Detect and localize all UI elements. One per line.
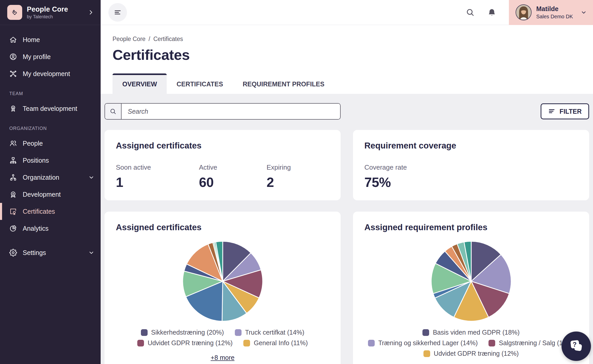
certificate-icon <box>9 208 17 215</box>
topbar: Matilde Sales Demo DK <box>101 0 593 25</box>
show-more-link[interactable]: +8 more <box>211 354 234 361</box>
breadcrumb-root[interactable]: People Core <box>113 35 146 43</box>
user-menu[interactable]: Matilde Sales Demo DK <box>509 0 593 25</box>
sidebar-section-organization: ORGANIZATION <box>0 126 101 135</box>
legend-swatch <box>137 340 144 346</box>
development-network-icon <box>9 70 17 78</box>
award-icon <box>9 191 17 198</box>
assigned-requirement-profiles-chart-card: Assigned requirement profiles Basis vide… <box>353 212 589 364</box>
sidebar-item-home[interactable]: Home <box>0 31 101 48</box>
home-icon <box>9 36 17 44</box>
legend-label: Træning og sikkerhed Lager (14%) <box>378 339 478 347</box>
filter-button[interactable]: FILTER <box>541 103 589 119</box>
sidebar-item-my-profile[interactable]: My profile <box>0 48 101 65</box>
svg-text:?: ? <box>573 341 576 348</box>
legend-swatch <box>422 329 429 336</box>
sidebar-item-label: Team development <box>23 105 77 112</box>
sidebar-item-label: Development <box>23 191 61 198</box>
card-title: Assigned certificates <box>116 222 329 232</box>
app-title: People Core <box>27 5 68 13</box>
legend-item: Træning og sikkerhed Lager (14%) <box>368 339 478 347</box>
page-title: Certificates <box>113 47 581 63</box>
legend-label: Udvidet GDPR træning (12%) <box>148 339 233 347</box>
assigned-certificates-card: Assigned certificates Soon active 1 Acti… <box>105 130 341 200</box>
sidebar-item-my-development[interactable]: My development <box>0 65 101 82</box>
heart-logo-icon <box>12 9 18 15</box>
legend-swatch <box>488 340 495 346</box>
help-button[interactable]: ? <box>562 332 591 361</box>
sidebar-item-analytics[interactable]: Analytics <box>0 220 101 237</box>
sidebar-item-team-development[interactable]: Team development <box>0 100 101 117</box>
overview-panel: FILTER Assigned certificates Soon active… <box>101 94 593 364</box>
card-title: Assigned certificates <box>116 141 329 151</box>
stat-coverage-rate: Coverage rate 75% <box>364 163 447 190</box>
requirement-coverage-card: Requirement coverage Coverage rate 75% <box>353 130 589 200</box>
legend-item: Truck certifkat (14%) <box>235 329 304 336</box>
sidebar-collapse-chevron-right-icon[interactable] <box>88 9 94 15</box>
stat-value: 2 <box>267 175 291 190</box>
sidebar-item-settings[interactable]: Settings <box>0 244 101 261</box>
breadcrumb-current: Certificates <box>153 35 183 43</box>
legend-item: Basis viden med GDPR (18%) <box>422 329 519 336</box>
sidebar: People Core by Talentech Home My profile… <box>0 0 101 364</box>
app-logo <box>7 5 22 20</box>
app-logo-row[interactable]: People Core by Talentech <box>0 0 101 25</box>
hamburger-icon <box>113 8 122 17</box>
notifications-button[interactable] <box>487 8 496 17</box>
bell-icon <box>487 8 496 17</box>
page-header: People Core / Certificates Certificates … <box>101 25 593 94</box>
app-byline: by Talentech <box>27 14 88 20</box>
card-title: Requirement coverage <box>364 141 578 151</box>
sidebar-item-label: People <box>23 140 43 147</box>
sidebar-item-label: Certificates <box>23 208 55 215</box>
chart-legend: Basis viden med GDPR (18%)Træning og sik… <box>364 329 578 357</box>
assigned-certificates-pie-chart <box>182 241 263 322</box>
tab-bar: OVERVIEW CERTIFICATES REQUIREMENT PROFIL… <box>113 73 581 94</box>
stat-active: Active 60 <box>199 163 267 190</box>
sidebar-item-label: My profile <box>23 53 51 61</box>
sidebar-item-label: Organization <box>23 174 59 181</box>
legend-item: Udvidet GDPR træning (12%) <box>137 339 233 347</box>
chevron-down-icon[interactable] <box>88 174 94 180</box>
stat-expiring: Expiring 2 <box>267 163 291 190</box>
sidebar-item-label: Positions <box>23 157 49 164</box>
people-icon <box>9 139 17 147</box>
pie-chart-icon <box>9 225 17 232</box>
app-title-block: People Core by Talentech <box>27 5 88 20</box>
stat-value: 1 <box>116 175 199 190</box>
filter-icon <box>548 108 555 115</box>
legend-swatch <box>235 329 242 336</box>
stat-value: 75% <box>364 175 447 190</box>
sidebar-item-label: Home <box>23 36 40 44</box>
legend-swatch <box>368 340 375 346</box>
chevron-down-icon[interactable] <box>88 250 94 256</box>
sidebar-item-development[interactable]: Development <box>0 186 101 203</box>
toolbar: FILTER <box>105 103 589 120</box>
tab-requirement-profiles[interactable]: REQUIREMENT PROFILES <box>233 73 334 94</box>
sidebar-item-certificates[interactable]: Certificates <box>0 203 101 220</box>
legend-label: Basis viden med GDPR (18%) <box>433 329 519 336</box>
avatar <box>516 4 532 20</box>
legend-label: Udvidet GDPR træning (12%) <box>434 350 519 357</box>
search-icon-cell <box>105 104 122 119</box>
global-search-button[interactable] <box>466 8 475 17</box>
stat-label: Active <box>199 163 267 171</box>
chevron-down-icon <box>581 9 587 15</box>
legend-label: General Info (11%) <box>254 339 308 347</box>
avatar-photo <box>516 5 531 20</box>
sidebar-item-people[interactable]: People <box>0 135 101 152</box>
sidebar-item-label: Analytics <box>23 225 49 232</box>
sidebar-item-positions[interactable]: Positions <box>0 152 101 169</box>
menu-toggle-button[interactable] <box>108 3 127 22</box>
user-name: Matilde <box>536 5 576 13</box>
user-circle-icon <box>9 53 17 61</box>
sidebar-section-team: TEAM <box>0 91 101 100</box>
positions-orgchart-icon <box>9 156 17 164</box>
legend-item: General Info (11%) <box>243 339 308 347</box>
legend-swatch <box>243 340 250 346</box>
stats-row: Soon active 1 Active 60 Expiring 2 <box>116 163 329 190</box>
sidebar-item-organization[interactable]: Organization <box>0 169 101 186</box>
search-input[interactable] <box>122 104 340 119</box>
tab-overview[interactable]: OVERVIEW <box>113 73 167 94</box>
tab-certificates[interactable]: CERTIFICATES <box>167 73 233 94</box>
